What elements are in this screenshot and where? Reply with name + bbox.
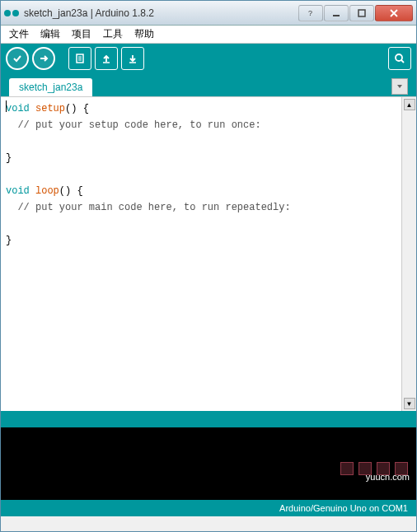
svg-line-10	[401, 60, 404, 63]
comment-loop: // put your main code here, to run repea…	[6, 202, 291, 213]
svg-rect-1	[333, 15, 340, 16]
minimize-button[interactable]	[324, 5, 349, 21]
tab-bar: sketch_jan23a	[1, 73, 416, 96]
scroll-up-icon[interactable]: ▲	[404, 99, 415, 110]
window-controls: ?	[298, 5, 413, 21]
tab-sketch[interactable]: sketch_jan23a	[9, 78, 92, 96]
tab-menu-dropdown[interactable]	[391, 78, 408, 95]
window-titlebar: sketch_jan23a | Arduino 1.8.2 ?	[1, 1, 416, 26]
serial-monitor-button[interactable]	[388, 47, 411, 70]
menu-project[interactable]: 项目	[68, 26, 95, 43]
status-bar: Arduino/Genuino Uno on COM1	[1, 500, 416, 516]
watermark-text: yuucn.com	[366, 472, 410, 482]
keyword-void: void	[6, 103, 30, 114]
arduino-icon	[4, 6, 19, 21]
console-output[interactable]: yuucn.com	[1, 427, 416, 500]
open-button[interactable]	[95, 47, 118, 70]
toolbar	[1, 44, 416, 73]
function-loop: loop	[30, 185, 59, 197]
menu-help[interactable]: 帮助	[131, 26, 157, 43]
function-setup: setup	[30, 103, 65, 114]
save-button[interactable]	[121, 47, 144, 70]
close-button[interactable]	[375, 5, 413, 21]
svg-point-9	[396, 54, 402, 61]
menubar: 文件 编辑 项目 工具 帮助	[1, 26, 416, 44]
svg-text:?: ?	[308, 9, 312, 17]
board-info: Arduino/Genuino Uno on COM1	[279, 503, 408, 513]
keyword-void: void	[6, 185, 30, 197]
help-hint-button[interactable]: ?	[298, 5, 323, 21]
editor-area: void setup() { // put your setup code he…	[1, 96, 416, 411]
vertical-scrollbar[interactable]: ▲ ▼	[401, 97, 416, 411]
svg-rect-2	[358, 10, 365, 16]
menu-edit[interactable]: 编辑	[37, 26, 63, 43]
menu-tools[interactable]: 工具	[100, 26, 126, 43]
new-button[interactable]	[68, 47, 91, 70]
scroll-down-icon[interactable]: ▼	[404, 398, 415, 409]
upload-button[interactable]	[32, 47, 55, 70]
message-bar	[1, 411, 416, 427]
code-editor[interactable]: void setup() { // put your setup code he…	[1, 97, 401, 411]
window-title: sketch_jan23a | Arduino 1.8.2	[24, 7, 298, 19]
comment-setup: // put your setup code here, to run once…	[6, 119, 261, 131]
maximize-button[interactable]	[349, 5, 374, 21]
menu-file[interactable]: 文件	[6, 26, 32, 43]
verify-button[interactable]	[6, 47, 29, 70]
